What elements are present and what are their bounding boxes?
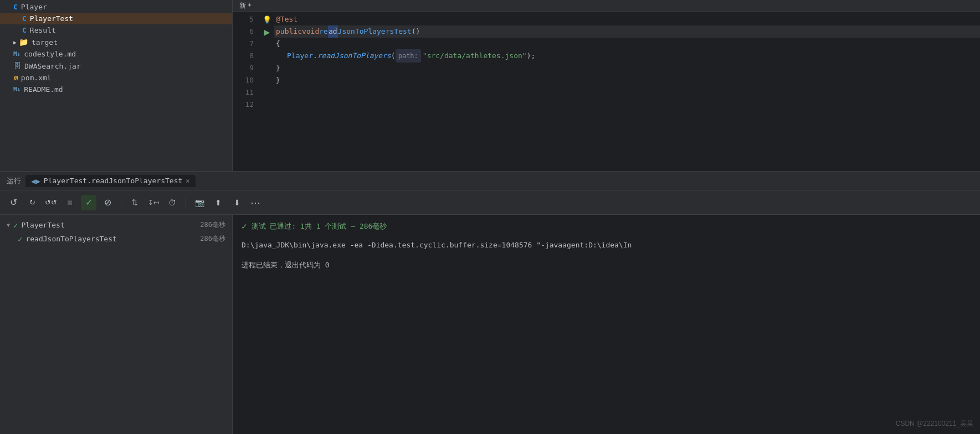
- sidebar-item-result[interactable]: C Result: [0, 24, 232, 36]
- pass-filter-button[interactable]: ✓: [81, 195, 96, 210]
- run-tab-name-label: PlayerTest.readJsonToPlayersTest: [44, 177, 182, 185]
- test-sub-name: readJsonToPlayersTest: [25, 235, 116, 243]
- sidebar-item-label: DWASearch.jar: [24, 62, 81, 70]
- circle-c-icon: C: [13, 3, 18, 11]
- sidebar-item-label: README.md: [24, 85, 63, 94]
- output-command: D:\java_JDK\bin\java.exe -ea -Didea.test…: [242, 239, 971, 251]
- play-icon: ◀▶: [31, 177, 40, 185]
- sidebar-item-playertest[interactable]: C PlayerTest: [0, 13, 232, 24]
- test-pass-icon: ✓: [13, 221, 18, 230]
- export-button[interactable]: ⬇: [229, 195, 245, 210]
- test-root-time: 286毫秒: [200, 220, 225, 230]
- code-line-12: [274, 99, 980, 111]
- close-tab-icon[interactable]: ×: [186, 177, 189, 185]
- sidebar-item-readme[interactable]: M↓ README.md: [0, 84, 232, 95]
- code-line-5: @Test: [274, 13, 980, 25]
- code-line-8: Player . readJsonToPlayers ( path: "src/…: [274, 50, 980, 62]
- clock-button[interactable]: ⏱: [165, 195, 180, 210]
- sidebar-item-label: PlayerTest: [30, 14, 73, 23]
- cancel-filter-button[interactable]: ⊘: [100, 195, 115, 210]
- run-tab-bar: 运行 ◀▶ PlayerTest.readJsonToPlayersTest ×: [0, 172, 980, 190]
- camera-button[interactable]: 📷: [192, 195, 207, 210]
- chevron-right-icon: ▶: [13, 39, 17, 45]
- line-numbers: 5 6 7 8 9 10 11 12: [233, 0, 260, 171]
- toolbar-separator-1: [121, 197, 121, 208]
- sidebar-item-label: target: [32, 38, 58, 46]
- editor: 新 * 5 6 7 8 9 10 11 12 💡 ▶: [233, 0, 980, 171]
- star-label: *: [248, 2, 252, 10]
- line-num-5: 5: [233, 13, 254, 25]
- sidebar-item-target[interactable]: ▶ 📁 target: [0, 36, 232, 48]
- import-button[interactable]: ⬆: [211, 195, 226, 210]
- output-panel: ✓ 测试 已通过: 1共 1 个测试 – 286毫秒 D:\java_JDK\b…: [233, 215, 980, 434]
- run-label: 运行: [7, 176, 21, 186]
- rerun-loop-button[interactable]: ↺↺: [43, 195, 59, 210]
- chevron-down-icon: ▼: [7, 222, 10, 228]
- line-num-12: 12: [233, 99, 254, 111]
- jar-icon: 🗄: [13, 61, 21, 70]
- folder-icon: 📁: [19, 38, 28, 46]
- test-item-readjson[interactable]: ✓ readJsonToPlayersTest 286毫秒: [0, 232, 232, 246]
- stop-button[interactable]: ■: [62, 195, 78, 210]
- check-icon: ✓: [242, 220, 247, 232]
- run-toolbar: ↺ ↻ ↺↺ ■ ✓ ⊘ ⇅ ↧↤ ⏱ 📷 ⬆ ⬇ ⋯: [0, 190, 980, 215]
- circle-c-icon: C: [22, 14, 27, 23]
- output-exit: 进程已结束，退出代码为 0: [242, 259, 971, 271]
- sort-source-button[interactable]: ↧↤: [146, 195, 161, 210]
- test-item-playertest[interactable]: ▼ ✓ PlayerTest 286毫秒: [0, 218, 232, 232]
- circle-c-icon: C: [22, 26, 27, 34]
- sidebar-item-codestyle[interactable]: M↓ codestyle.md: [0, 48, 232, 60]
- bulb-icon[interactable]: 💡: [263, 13, 271, 25]
- code-line-10: }: [274, 74, 980, 86]
- line-num-9: 9: [233, 62, 254, 74]
- line-num-6: 6: [233, 25, 254, 38]
- sidebar-item-label: Player: [21, 3, 47, 11]
- sidebar-item-player[interactable]: C Player: [0, 1, 232, 13]
- xml-icon: m: [13, 74, 18, 82]
- code-editor[interactable]: @Test public void readJsonToPlayersTest …: [274, 0, 980, 171]
- token-annotation: @Test: [276, 13, 297, 25]
- code-line-6: public void readJsonToPlayersTest (): [274, 25, 980, 38]
- code-line-9: }: [274, 62, 980, 74]
- param-hint: path:: [396, 49, 421, 63]
- sidebar-item-dwasearch[interactable]: 🗄 DWASearch.jar: [0, 60, 232, 72]
- output-success-line: ✓ 测试 已通过: 1共 1 个测试 – 286毫秒: [242, 220, 971, 232]
- sidebar-item-label: pom.xml: [21, 74, 52, 82]
- sort-alpha-button[interactable]: ⇅: [127, 195, 142, 210]
- code-line-11: [274, 86, 980, 99]
- rerun-failed-button[interactable]: ↻: [24, 195, 40, 210]
- top-area: C Player C PlayerTest C Result ▶ 📁 targe…: [0, 0, 980, 172]
- output-success-text: 测试 已通过: 1共 1 个测试 – 286毫秒: [252, 220, 387, 232]
- more-button[interactable]: ⋯: [248, 195, 264, 210]
- sidebar: C Player C PlayerTest C Result ▶ 📁 targe…: [0, 0, 233, 171]
- run-content: ▼ ✓ PlayerTest 286毫秒 ✓ readJsonToPlayers…: [0, 215, 980, 434]
- code-line-7: {: [274, 38, 980, 50]
- line-num-7: 7: [233, 38, 254, 50]
- test-sub-time: 286毫秒: [200, 234, 225, 244]
- markdown-icon: M↓: [13, 86, 20, 93]
- run-tab[interactable]: ◀▶ PlayerTest.readJsonToPlayersTest ×: [25, 175, 196, 187]
- run-arrow-icon[interactable]: ▶: [264, 25, 270, 38]
- sidebar-item-label: Result: [30, 26, 56, 34]
- test-tree: ▼ ✓ PlayerTest 286毫秒 ✓ readJsonToPlayers…: [0, 215, 233, 434]
- rerun-button[interactable]: ↺: [6, 195, 21, 210]
- test-pass-icon: ✓: [18, 235, 22, 244]
- line-num-11: 11: [233, 86, 254, 99]
- markdown-icon: M↓: [13, 50, 20, 58]
- line-num-8: 8: [233, 50, 254, 62]
- run-area: 运行 ◀▶ PlayerTest.readJsonToPlayersTest ×…: [0, 172, 980, 434]
- line-num-10: 10: [233, 74, 254, 86]
- sidebar-item-label: codestyle.md: [24, 50, 76, 58]
- new-label: 新: [239, 1, 246, 11]
- toolbar-separator-2: [186, 197, 186, 208]
- watermark: CSDN @222100211_吴吴: [896, 419, 973, 428]
- sidebar-item-pomxml[interactable]: m pom.xml: [0, 72, 232, 84]
- editor-gutter: 💡 ▶: [260, 0, 274, 171]
- test-root-name: PlayerTest: [21, 221, 64, 229]
- editor-tab-bar: 新 *: [233, 0, 980, 12]
